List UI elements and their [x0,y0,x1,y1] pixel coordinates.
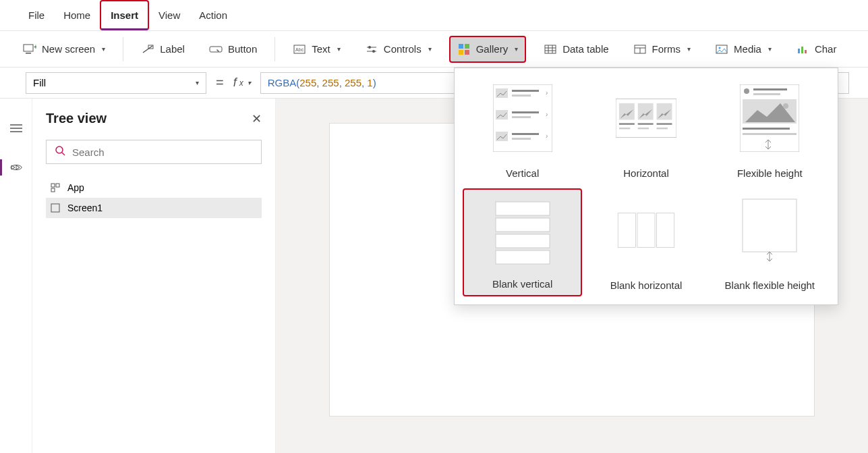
menu-file[interactable]: File [19,0,54,30]
label-label: Label [160,43,185,55]
svg-rect-0 [24,45,33,51]
gallery-option-label: Blank flexible height [725,279,815,291]
button-button[interactable]: Button [202,36,264,63]
svg-rect-64 [753,88,787,90]
gallery-option-blank-vertical[interactable]: Blank vertical [463,188,582,296]
svg-rect-74 [496,250,550,264]
svg-point-25 [719,47,721,49]
thumbnail-flexible [739,84,800,152]
gallery-icon [457,43,471,56]
svg-rect-16 [545,45,556,53]
search-icon [55,145,65,159]
hamburger-icon[interactable] [5,117,27,139]
svg-rect-49 [512,133,539,135]
new-screen-button[interactable]: + New screen ▾ [16,36,112,63]
chevron-down-icon: ▾ [248,79,251,86]
gallery-option-blank-horizontal[interactable]: Blank horizontal [586,188,705,296]
svg-rect-45 [512,111,539,113]
menu-home[interactable]: Home [54,0,100,30]
svg-rect-78 [743,199,797,252]
chevron-down-icon: ▾ [687,45,691,53]
fx-button[interactable]: fx ▾ [233,76,251,90]
charts-icon [796,43,809,56]
svg-text:›: › [546,89,548,97]
svg-rect-12 [459,44,463,49]
tree-view-title: Tree view [46,111,107,126]
data-table-icon [544,43,557,56]
gallery-option-horizontal[interactable]: Horizontal [586,76,705,184]
svg-rect-27 [801,47,803,53]
gallery-option-flexible-height[interactable]: Flexible height [710,76,830,184]
svg-text:+: + [34,44,36,51]
svg-rect-76 [637,213,655,248]
svg-line-3 [143,46,152,53]
tree-item-label: Screen1 [67,203,103,213]
controls-button[interactable]: Controls ▾ [358,36,438,63]
gallery-option-label: Blank horizontal [610,279,683,291]
svg-rect-65 [753,93,780,95]
search-input[interactable] [72,146,253,158]
close-icon[interactable]: ✕ [252,111,262,126]
gallery-option-label: Vertical [506,167,539,179]
svg-point-67 [783,103,788,109]
svg-point-11 [372,50,375,53]
tree-view-icon[interactable] [5,157,27,178]
gallery-option-vertical[interactable]: › › › Vertical [463,76,582,184]
button-icon [209,43,223,56]
gallery-label: Gallery [476,43,509,55]
svg-rect-73 [496,234,550,248]
media-button[interactable]: Media ▾ [708,36,778,63]
svg-rect-37 [51,188,55,192]
svg-rect-38 [51,204,59,212]
thumbnail-vertical: › › › [492,84,553,152]
forms-button[interactable]: Forms ▾ [627,36,698,63]
menu-view[interactable]: View [149,0,190,30]
button-label: Button [228,43,257,55]
equals-sign: = [216,75,224,90]
data-table-label: Data table [562,43,608,55]
svg-point-9 [368,46,371,49]
property-name: Fill [33,77,46,88]
chevron-down-icon: ▾ [102,45,105,53]
left-rail [0,99,32,453]
app-icon [50,182,61,193]
label-button[interactable]: Label [134,36,192,63]
svg-rect-68 [743,128,790,130]
menu-action[interactable]: Action [190,0,237,30]
menu-bar: File Home Insert View Action [0,0,868,31]
svg-rect-60 [657,123,672,124]
chevron-down-icon: ▾ [196,79,199,86]
svg-rect-13 [465,44,469,49]
controls-label: Controls [384,43,422,55]
gallery-button[interactable]: Gallery ▾ [449,36,527,63]
text-button[interactable]: Abc Text ▾ [286,36,347,63]
charts-label: Char [815,43,837,55]
thumbnail-blank-vertical [492,198,553,265]
gallery-dropdown: › › › Vertical Horizontal [454,68,838,305]
forms-label: Forms [652,43,681,55]
svg-rect-57 [638,123,654,124]
gallery-option-blank-flexible-height[interactable]: Blank flexible height [710,188,830,296]
svg-rect-72 [496,218,550,232]
menu-insert[interactable]: Insert [100,0,149,30]
separator [274,37,275,61]
thumbnail-blank-flexible [739,196,800,264]
tree-item-screen1[interactable]: Screen1 [46,198,262,218]
svg-text:›: › [546,132,548,140]
tree-item-app[interactable]: App [46,178,262,198]
svg-rect-36 [56,184,59,187]
chevron-down-icon: ▾ [768,45,772,53]
charts-button[interactable]: Char [789,36,844,63]
chevron-down-icon: ▾ [515,45,518,53]
label-icon [141,43,154,56]
svg-rect-5 [210,47,222,52]
svg-rect-41 [512,90,539,92]
svg-rect-50 [512,138,531,140]
data-table-button[interactable]: Data table [537,36,615,63]
svg-rect-71 [496,202,550,215]
gallery-option-label: Horizontal [623,167,669,179]
property-selector[interactable]: Fill ▾ [26,72,206,94]
svg-text:Abc: Abc [295,47,304,52]
svg-text:›: › [546,111,548,118]
search-box[interactable] [46,140,262,164]
